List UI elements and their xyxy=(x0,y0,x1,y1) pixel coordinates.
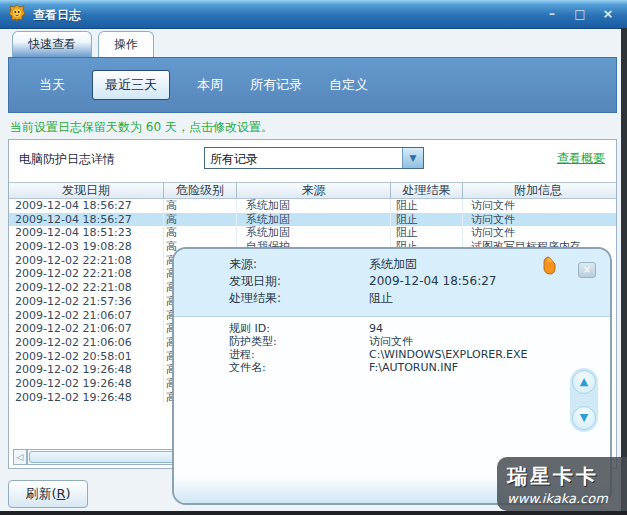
popup-field-label: 进程: xyxy=(229,348,369,361)
scroll-left-icon[interactable]: ◁ xyxy=(13,449,27,465)
table-cell: 系统加固 xyxy=(237,199,391,213)
table-cell: 高 xyxy=(164,213,237,227)
table-cell: 高 xyxy=(164,226,237,240)
table-cell: 2009-12-04 18:51:23 xyxy=(9,226,164,240)
popup-field-label: 来源: xyxy=(229,256,369,273)
table-row[interactable]: 2009-12-04 18:56:27高系统加固阻止访问文件 xyxy=(9,199,616,213)
refresh-label: 刷新( xyxy=(25,486,56,501)
table-cell: 2009-12-02 19:26:48 xyxy=(9,377,164,391)
popup-field-row: 防护类型:访问文件 xyxy=(174,335,610,348)
watermark: 瑞星卡卡 www.ikaka.com xyxy=(497,457,627,511)
table-cell: 2009-12-02 22:21:08 xyxy=(9,254,164,268)
table-cell: 2009-12-04 18:56:27 xyxy=(9,213,164,227)
filter-item-0[interactable]: 当天 xyxy=(39,76,65,94)
column-header-3[interactable]: 处理结果 xyxy=(391,183,463,198)
table-cell: 访问文件 xyxy=(463,226,613,240)
column-header-0[interactable]: 发现日期 xyxy=(9,183,164,198)
filter-item-4[interactable]: 自定义 xyxy=(329,76,368,94)
popup-field-label: 发现日期: xyxy=(229,273,369,290)
table-cell: 系统加固 xyxy=(237,226,391,240)
desktop-edge-right xyxy=(621,28,627,515)
table-cell: 2009-12-02 19:26:48 xyxy=(9,363,164,377)
popup-field-row: 规则 ID:94 xyxy=(174,322,610,335)
watermark-brand: 瑞星卡卡 xyxy=(507,463,627,490)
table-cell: 2009-12-02 21:06:06 xyxy=(9,336,164,350)
popup-field-label: 防护类型: xyxy=(229,335,369,348)
table-header: 发现日期危险级别来源处理结果附加信息 xyxy=(9,182,616,199)
tab-0[interactable]: 快速查看 xyxy=(12,31,92,57)
chevron-down-icon[interactable]: ▼ xyxy=(402,148,423,168)
table-cell: 阻止 xyxy=(391,199,463,213)
table-cell: 2009-12-02 21:57:36 xyxy=(9,295,164,309)
table-cell: 2009-12-04 18:56:27 xyxy=(9,199,164,213)
popup-details: 规则 ID:94防护类型:访问文件进程:C:\WINDOWS\EXPLORER.… xyxy=(174,322,610,374)
window-title: 查看日志 xyxy=(33,7,81,24)
column-header-1[interactable]: 危险级别 xyxy=(164,183,237,198)
refresh-hotkey: R xyxy=(56,486,65,501)
window-controls: – □ × xyxy=(543,0,617,28)
popup-field-row: 文件名:F:\AUTORUN.INF xyxy=(174,361,610,374)
arrow-up-icon: ▲ xyxy=(580,375,588,388)
popup-field-row: 进程:C:\WINDOWS\EXPLORER.EXE xyxy=(174,348,610,361)
refresh-label-suffix: ) xyxy=(66,486,71,501)
filter-panel: 当天最近三天本周所有记录自定义 xyxy=(8,57,617,113)
filter-item-1[interactable]: 最近三天 xyxy=(92,70,170,100)
record-type-dropdown[interactable]: 所有记录 ▼ xyxy=(204,147,424,169)
popup-field-value: 2009-12-04 18:56:27 xyxy=(369,273,496,290)
popup-field-label: 处理结果: xyxy=(229,290,369,307)
next-record-button[interactable]: ▼ xyxy=(572,406,596,430)
table-cell: 阻止 xyxy=(391,226,463,240)
popup-field-value: 访问文件 xyxy=(369,335,413,348)
prev-record-button[interactable]: ▲ xyxy=(572,370,596,394)
dropdown-value: 所有记录 xyxy=(210,151,258,168)
titlebar[interactable]: 查看日志 – □ × xyxy=(0,0,627,29)
table-cell: 访问文件 xyxy=(463,199,613,213)
table-row[interactable]: 2009-12-04 18:51:23高系统加固阻止访问文件 xyxy=(9,226,616,240)
column-header-2[interactable]: 来源 xyxy=(237,183,391,198)
arrow-down-icon: ▼ xyxy=(580,411,588,424)
filter-item-3[interactable]: 所有记录 xyxy=(250,76,302,94)
minimize-icon[interactable]: – xyxy=(543,6,561,22)
popup-field-value: C:\WINDOWS\EXPLORER.EXE xyxy=(369,348,527,361)
column-header-4[interactable]: 附加信息 xyxy=(463,183,613,198)
retention-notice[interactable]: 当前设置日志保留天数为 60 天，点击修改设置。 xyxy=(10,119,273,136)
watermark-url: www.ikaka.com xyxy=(507,491,627,506)
table-cell: 2009-12-02 20:58:01 xyxy=(9,350,164,364)
filter-item-2[interactable]: 本周 xyxy=(197,76,223,94)
maximize-icon[interactable]: □ xyxy=(571,6,589,22)
table-cell: 高 xyxy=(164,199,237,213)
table-cell: 系统加固 xyxy=(237,213,391,227)
popup-field-value: 94 xyxy=(369,322,383,335)
table-cell: 2009-12-02 21:06:07 xyxy=(9,322,164,336)
view-summary-link[interactable]: 查看概要 xyxy=(557,150,605,167)
popup-field-value: 系统加固 xyxy=(369,256,417,273)
tab-1[interactable]: 操作 xyxy=(98,31,154,57)
table-cell: 2009-12-02 21:06:07 xyxy=(9,309,164,323)
popup-field-row: 处理结果:阻止 xyxy=(174,290,610,307)
refresh-button[interactable]: 刷新(R) xyxy=(8,480,88,508)
desktop-edge-bottom xyxy=(0,511,627,515)
table-row[interactable]: 2009-12-04 18:56:27高系统加固阻止访问文件 xyxy=(9,213,616,227)
tab-bar: 快速查看操作 xyxy=(12,31,154,57)
popup-nav: ▲ ▼ xyxy=(570,368,598,432)
popup-field-value: 阻止 xyxy=(369,290,393,307)
popup-field-label: 文件名: xyxy=(229,361,369,374)
log-viewer-window: 查看日志 – □ × 快速查看操作 当天最近三天本周所有记录自定义 当前设置日志… xyxy=(0,0,627,515)
popup-close-icon[interactable]: × xyxy=(578,262,596,278)
table-cell: 2009-12-03 19:08:28 xyxy=(9,240,164,254)
popup-field-value: F:\AUTORUN.INF xyxy=(369,361,458,374)
popup-field-label: 规则 ID: xyxy=(229,322,369,335)
detail-section-label: 电脑防护日志详情 xyxy=(19,151,115,168)
close-icon[interactable]: × xyxy=(599,6,617,22)
table-cell: 阻止 xyxy=(391,213,463,227)
table-cell: 2009-12-02 22:21:08 xyxy=(9,281,164,295)
app-logo-lion-icon xyxy=(7,4,27,24)
cursor-icon xyxy=(540,256,558,280)
table-cell: 2009-12-02 19:26:48 xyxy=(9,391,164,405)
table-cell: 访问文件 xyxy=(463,213,613,227)
table-cell: 2009-12-02 22:21:08 xyxy=(9,267,164,281)
